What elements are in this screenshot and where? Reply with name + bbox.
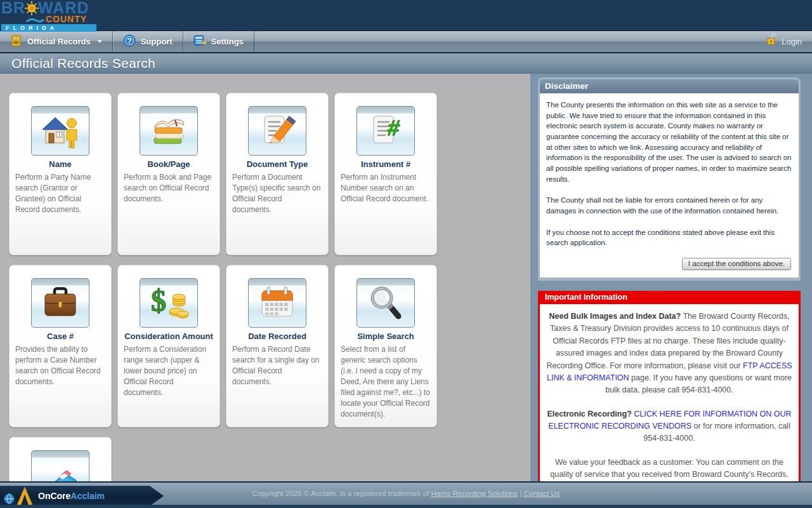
svg-text:$: $ <box>151 284 166 318</box>
card-description: Provides the ability to perform a Case N… <box>10 344 111 387</box>
document-hash-icon: # <box>357 106 415 156</box>
disclaimer-paragraph: The County shall not be liable for error… <box>546 195 792 216</box>
card-consideration-amount-search[interactable]: $ Consideration Amount Perform a Conside… <box>117 265 220 427</box>
card-document-type-search[interactable]: Document Type Perform a Document Type(s)… <box>226 93 329 255</box>
electronic-recording-paragraph: Electronic Recording? CLICK HERE FOR INF… <box>546 408 792 445</box>
main-navbar: Official Records ? Support Settings Logi… <box>0 30 812 53</box>
card-title: Book/Page <box>121 159 217 169</box>
login-label: Login <box>782 37 802 46</box>
nav-label: Support <box>141 37 173 46</box>
magnifier-icon <box>357 278 415 328</box>
nav-support[interactable]: ? Support <box>113 31 183 52</box>
card-partial-clipped[interactable] <box>9 437 112 481</box>
card-instrument-search[interactable]: # Instrument # Perform an Instrument Num… <box>334 93 437 255</box>
logo-broward-text: BRWARD <box>1 0 103 15</box>
logo-florida-bar: FLORIDA <box>1 24 96 32</box>
books-icon <box>140 106 198 156</box>
disclaimer-header: Disclaimer <box>540 79 799 93</box>
search-options-pane: Name Perform a Party Name search (Granto… <box>0 74 530 481</box>
contact-us-link[interactable]: Contact Us <box>524 490 560 497</box>
accept-conditions-button[interactable]: I accept the conditions above. <box>682 258 791 270</box>
nav-label: Official Records <box>27 37 91 46</box>
card-title: Date Recorded <box>229 331 325 341</box>
feedback-paragraph: We value your feedback as a customer. Yo… <box>546 457 792 481</box>
chevron-down-icon <box>97 40 102 43</box>
card-title: Document Type <box>229 159 325 169</box>
padlock-open-icon <box>765 34 778 50</box>
search-cards-grid: Name Perform a Party Name search (Granto… <box>9 93 453 481</box>
blue-folder-icon <box>31 450 89 481</box>
nav-settings[interactable]: Settings <box>183 31 254 52</box>
disclaimer-paragraph: The County presents the information on t… <box>546 100 792 184</box>
dollar-coins-icon: $ <box>140 278 198 328</box>
page-title: Official Records Search <box>11 56 155 71</box>
briefcase-icon <box>31 278 89 328</box>
card-date-recorded-search[interactable]: Date Recorded Perform a Record Date sear… <box>226 265 329 427</box>
disclaimer-paragraph: If you choose not to accept the conditio… <box>546 227 792 248</box>
help-icon: ? <box>123 34 136 49</box>
page-title-bar: Official Records Search <box>0 53 812 74</box>
disclaimer-panel: Disclaimer The County presents the infor… <box>538 77 801 281</box>
card-description: Select from a list of generic search opt… <box>335 344 436 420</box>
footer-bottom-strip <box>0 505 812 508</box>
card-title: Consideration Amount <box>121 331 217 341</box>
card-title: Simple Search <box>337 331 434 341</box>
app-header: BRWARD COUNTY FLORIDA <box>0 0 812 30</box>
card-case-number-search[interactable]: Case # Provides the ability to perform a… <box>9 265 112 427</box>
copyright-text: Copyright 2026 © Acclaim, is a registere… <box>0 490 812 497</box>
card-description: Perform a Record Date search for a singl… <box>226 344 328 387</box>
file-cabinet-icon <box>10 34 22 49</box>
accept-button-row: I accept the conditions above. <box>546 255 792 272</box>
login-button[interactable]: Login <box>755 31 812 52</box>
wave-icon <box>25 15 44 25</box>
calendar-icon <box>248 278 306 328</box>
card-description: Perform an Instrument Number search on a… <box>335 172 436 204</box>
harris-recording-solutions-link[interactable]: Harris Recording Solutions <box>431 490 518 497</box>
svg-text:#: # <box>386 116 402 140</box>
card-description: Perform a Document Type(s) specific sear… <box>226 172 328 215</box>
card-book-page-search[interactable]: Book/Page Perform a Book and Page search… <box>117 93 220 255</box>
card-title: Instrument # <box>337 159 434 169</box>
card-simple-search[interactable]: Simple Search Select from a list of gene… <box>334 265 437 427</box>
card-name-search[interactable]: Name Perform a Party Name search (Granto… <box>9 93 112 255</box>
card-description: Perform a Consideration range search (up… <box>118 344 219 398</box>
house-person-icon <box>31 106 89 156</box>
card-title: Case # <box>12 331 108 341</box>
bulk-data-paragraph: Need Bulk Images and Index Data? The Bro… <box>546 311 792 397</box>
important-information-header: Important Information <box>540 291 799 304</box>
card-description: Perform a Book and Page search on Offici… <box>118 172 219 204</box>
settings-icon <box>193 34 206 49</box>
app-footer: OnCoreAcclaim Copyright 2026 © Acclaim, … <box>0 481 812 508</box>
logo-county-text: COUNTY <box>1 14 103 23</box>
nav-label: Settings <box>211 37 244 46</box>
card-description: Perform a Party Name search (Grantor or … <box>10 172 111 215</box>
svg-text:?: ? <box>127 37 131 46</box>
logo-text-ward: WARD <box>38 1 89 15</box>
broward-county-logo: BRWARD COUNTY FLORIDA <box>1 0 103 30</box>
card-title: Name <box>12 159 108 169</box>
important-information-panel: Important Information Need Bulk Images a… <box>538 291 801 481</box>
navbar-spacer <box>254 31 755 52</box>
main-content: Name Perform a Party Name search (Granto… <box>0 74 812 481</box>
document-pencil-icon <box>248 106 306 156</box>
nav-official-records[interactable]: Official Records <box>0 31 113 52</box>
logo-text-br: BR <box>1 1 25 15</box>
info-pane: Disclaimer The County presents the infor… <box>530 74 812 481</box>
